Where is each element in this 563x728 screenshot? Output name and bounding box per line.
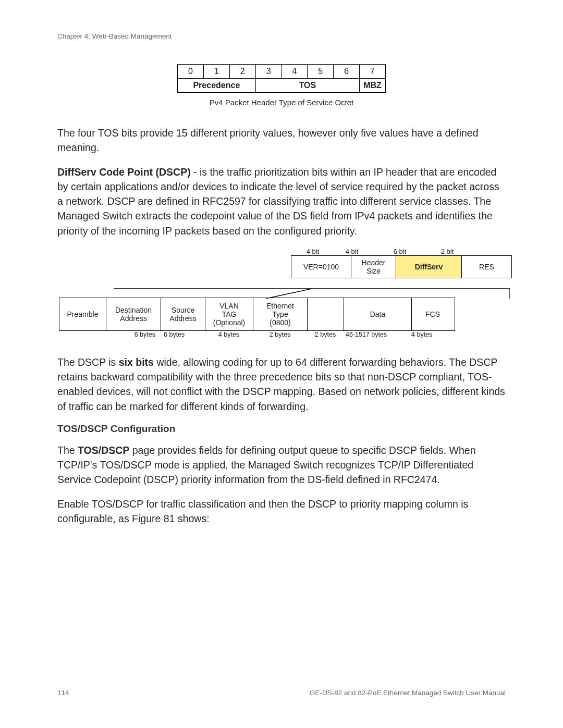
bit-2: 2 (229, 65, 255, 79)
chapter-label: Chapter 4: Web-Based Management (57, 32, 506, 40)
connector-lines (114, 288, 510, 298)
bit-width-label: 6 bit (371, 248, 429, 255)
mbz-label: MBZ (360, 79, 386, 93)
ip-diffserv-cell: DiffServ (396, 256, 462, 278)
manual-title: GE-DS-82 and 82-PoE Ethernet Managed Swi… (310, 689, 506, 697)
frame-preamble: Preamble (59, 298, 106, 330)
bit-7: 7 (360, 65, 386, 79)
paragraph-enable-tos-dscp: Enable TOS/DSCP for traffic classificati… (57, 497, 506, 526)
ip-ver-cell: VER=0100 (291, 256, 351, 278)
paragraph-dscp-def: DiffServ Code Point (DSCP) - is the traf… (57, 165, 506, 238)
six-bits: six bits (119, 356, 154, 368)
page-footer: 114 GE-DS-82 and 82-PoE Ethernet Managed… (57, 689, 506, 697)
precedence-label: Precedence (178, 79, 256, 93)
paragraph-tos-dscp-page: The TOS/DSCP page provides fields for de… (57, 443, 506, 487)
tos-octet-table: 0 1 2 3 4 5 6 7 Precedence TOS MBZ (177, 64, 386, 93)
section-tos-dscp-config: TOS/DSCP Configuration (57, 423, 506, 435)
svg-line-3 (266, 289, 312, 299)
bit-0: 0 (178, 65, 204, 79)
bit-width-label: 2 bit (429, 248, 466, 255)
frame-fcs: FCS (412, 298, 454, 330)
bit-width-label: 4 bit (333, 248, 371, 255)
tos-caption: Pv4 Packet Header Type of Service Octet (57, 98, 506, 107)
bit-6: 6 (334, 65, 360, 79)
frame-data: Data (344, 298, 412, 330)
bit-4: 4 (282, 65, 308, 79)
ip-header-diagram: 4 bit 4 bit 6 bit 2 bit VER=0100 Header … (235, 248, 563, 285)
dscp-term: DiffServ Code Point (DSCP) (57, 166, 191, 178)
tos-dscp-term: TOS/DSCP (78, 445, 129, 456)
frame-ethertype: Ethernet Type (0800) (253, 298, 308, 330)
bit-3: 3 (255, 65, 282, 79)
frame-vlan-tag: VLAN TAG (Optional) (205, 298, 253, 330)
frame-dest-addr: Destination Address (106, 298, 161, 330)
ip-res-cell: RES (462, 256, 511, 278)
page-number: 114 (57, 689, 69, 697)
frame-src-addr: Source Address (161, 298, 205, 330)
paragraph-tos-intro: The four TOS bits provide 15 different p… (57, 126, 506, 155)
tos-label: TOS (255, 79, 359, 93)
bit-1: 1 (203, 65, 229, 79)
frame-gap (308, 298, 344, 330)
bit-width-label: 4 bit (293, 248, 333, 255)
ip-header-size-cell: Header Size (351, 256, 396, 278)
ethernet-frame-diagram: Preamble Destination Address Source Addr… (59, 298, 455, 331)
bit-5: 5 (308, 65, 334, 79)
paragraph-dscp-width: The DSCP is six bits wide, allowing codi… (57, 355, 506, 414)
frame-byte-labels: 6 bytes 6 bytes 4 bytes 2 bytes 2 bytes … (59, 331, 455, 338)
